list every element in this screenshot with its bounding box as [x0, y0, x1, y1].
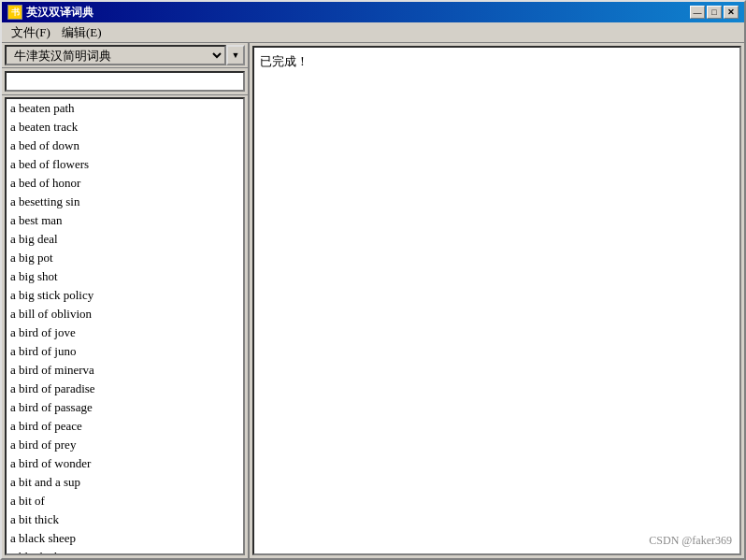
title-bar-left: 书 英汉双译词典	[7, 5, 93, 21]
main-content: 牛津英汉简明词典 ▼ a beaten patha beaten tracka …	[2, 43, 744, 558]
menu-bar: 文件(F) 编辑(E)	[2, 22, 744, 43]
left-panel: 牛津英汉简明词典 ▼ a beaten patha beaten tracka …	[2, 43, 250, 558]
list-item[interactable]: a best man	[7, 211, 243, 230]
list-item[interactable]: a big pot	[7, 249, 243, 267]
list-item[interactable]: a bird of jove	[7, 323, 243, 342]
list-item[interactable]: a black sheep	[7, 529, 243, 548]
menu-file[interactable]: 文件(F)	[6, 22, 56, 43]
minimize-button[interactable]: —	[690, 6, 705, 19]
list-item[interactable]: a bird of prey	[7, 436, 243, 454]
list-item[interactable]: a bird of minerva	[7, 361, 243, 380]
list-item[interactable]: a bill of oblivion	[7, 305, 243, 323]
menu-edit[interactable]: 编辑(E)	[56, 22, 108, 43]
search-row	[2, 68, 248, 95]
list-item[interactable]: a bed of down	[7, 136, 243, 155]
list-item[interactable]: a beaten path	[7, 99, 243, 118]
main-window: 书 英汉双译词典 — □ ✕ 文件(F) 编辑(E) 牛津英汉简明词典 ▼	[0, 0, 746, 560]
list-item[interactable]: a bed of flowers	[7, 155, 243, 174]
word-list: a beaten patha beaten tracka bed of down…	[7, 99, 243, 553]
search-input[interactable]	[5, 71, 245, 92]
list-item[interactable]: a bit of	[7, 492, 243, 510]
list-item[interactable]: a big shot	[7, 267, 243, 286]
window-controls: — □ ✕	[690, 6, 739, 19]
list-item[interactable]: a bed of honor	[7, 174, 243, 193]
list-item[interactable]: a big stick policy	[7, 286, 243, 305]
title-bar: 书 英汉双译词典 — □ ✕	[2, 2, 744, 22]
dropdown-row: 牛津英汉简明词典 ▼	[2, 43, 248, 68]
list-item[interactable]: a bit and a sup	[7, 473, 243, 492]
list-item[interactable]: a bird of paradise	[7, 380, 243, 398]
watermark: CSDN @faker369	[649, 534, 732, 548]
list-item[interactable]: a bird of peace	[7, 417, 243, 436]
list-item[interactable]: a beaten track	[7, 118, 243, 136]
list-item[interactable]: a blank cheque	[7, 548, 243, 553]
list-item[interactable]: a bird of wonder	[7, 454, 243, 473]
completion-status: 已完成！	[260, 54, 308, 68]
dropdown-arrow-button[interactable]: ▼	[226, 45, 245, 65]
list-item[interactable]: a bird of passage	[7, 398, 243, 417]
list-item[interactable]: a big deal	[7, 230, 243, 249]
close-button[interactable]: ✕	[724, 6, 739, 19]
window-title: 英汉双译词典	[26, 5, 93, 21]
word-list-container: a beaten patha beaten tracka bed of down…	[5, 97, 245, 555]
list-item[interactable]: a besetting sin	[7, 193, 243, 211]
restore-button[interactable]: □	[707, 6, 722, 19]
dictionary-dropdown[interactable]: 牛津英汉简明词典	[5, 45, 226, 65]
list-item[interactable]: a bit thick	[7, 510, 243, 529]
right-panel: 已完成！ CSDN @faker369	[252, 46, 741, 555]
app-icon: 书	[7, 5, 22, 20]
list-item[interactable]: a bird of juno	[7, 342, 243, 361]
